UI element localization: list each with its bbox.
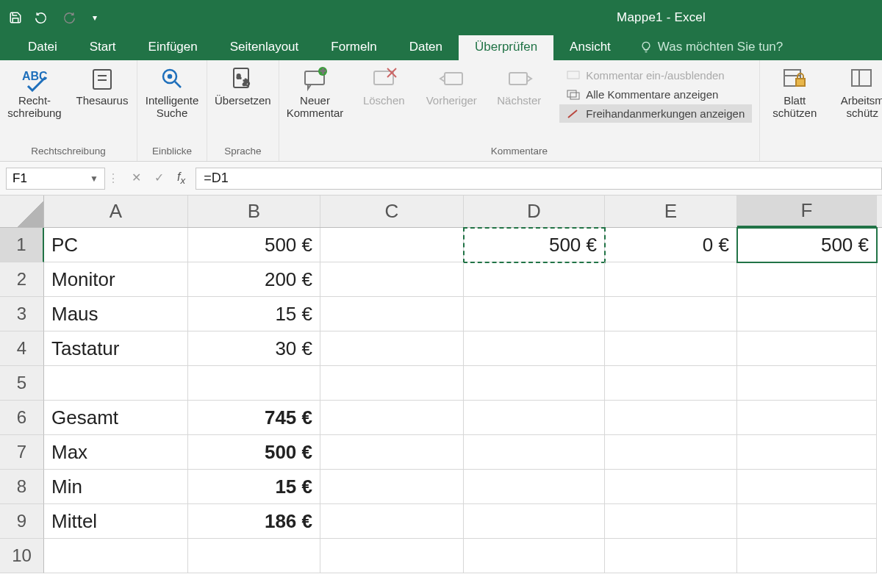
cell-A5[interactable] — [44, 366, 188, 401]
cell-E9[interactable] — [605, 504, 737, 539]
row-header-10[interactable]: 10 — [0, 539, 44, 573]
thesaurus-button[interactable]: Thesaurus — [75, 65, 129, 143]
cell-F6[interactable] — [737, 401, 877, 435]
protect-workbook-button[interactable]: Arbeitsm schütz — [835, 65, 882, 143]
cell-C4[interactable] — [320, 331, 464, 366]
cell-C7[interactable] — [320, 435, 464, 470]
cell-E8[interactable] — [605, 470, 737, 504]
cell-D2[interactable] — [464, 262, 605, 297]
cell-F9[interactable] — [737, 504, 877, 539]
cell-E5[interactable] — [605, 366, 737, 401]
cell-D9[interactable] — [464, 504, 605, 539]
tab-einfuegen[interactable]: Einfügen — [132, 35, 214, 60]
row-header-4[interactable]: 4 — [0, 331, 44, 366]
formula-input[interactable]: =D1 — [196, 168, 882, 190]
cell-B10[interactable] — [188, 539, 320, 573]
cell-A4[interactable]: Tastatur — [44, 331, 188, 366]
cell-D6[interactable] — [464, 401, 605, 435]
col-header-D[interactable]: D — [464, 196, 605, 227]
col-header-F[interactable]: F — [737, 196, 877, 227]
cell-B1[interactable]: 500 € — [188, 228, 320, 262]
tab-daten[interactable]: Daten — [393, 35, 459, 60]
cell-E3[interactable] — [605, 297, 737, 331]
cell-C1[interactable] — [320, 228, 464, 262]
smart-lookup-button[interactable]: Intelligente Suche — [145, 65, 199, 143]
tab-formeln[interactable]: Formeln — [315, 35, 392, 60]
cancel-formula-icon[interactable]: ✕ — [132, 171, 141, 186]
col-header-E[interactable]: E — [605, 196, 737, 227]
cell-E1[interactable]: 0 € — [605, 228, 737, 262]
cell-F7[interactable] — [737, 435, 877, 470]
cell-C6[interactable] — [320, 401, 464, 435]
cell-D3[interactable] — [464, 297, 605, 331]
cell-D8[interactable] — [464, 470, 605, 504]
cell-F3[interactable] — [737, 297, 877, 331]
cell-F10[interactable] — [737, 539, 877, 573]
cell-E4[interactable] — [605, 331, 737, 366]
fx-icon[interactable]: fx — [177, 171, 185, 186]
tab-ueberpruefen[interactable]: Überprüfen — [459, 35, 553, 60]
col-header-B[interactable]: B — [188, 196, 320, 227]
row-header-3[interactable]: 3 — [0, 297, 44, 331]
row-header-5[interactable]: 5 — [0, 366, 44, 401]
qat-customize-icon[interactable]: ▾ — [88, 11, 101, 24]
cell-B2[interactable]: 200 € — [188, 262, 320, 297]
next-comment-button[interactable]: Nächster — [492, 65, 546, 143]
cell-D1[interactable]: 500 € — [464, 228, 605, 262]
cell-B6[interactable]: 745 € — [188, 401, 320, 435]
translate-button[interactable]: aあ Übersetzen — [215, 65, 271, 143]
accept-formula-icon[interactable]: ✓ — [154, 171, 164, 186]
cell-C5[interactable] — [320, 366, 464, 401]
cell-A2[interactable]: Monitor — [44, 262, 188, 297]
tab-seitenlayout[interactable]: Seitenlayout — [214, 35, 315, 60]
row-header-1[interactable]: 1 — [0, 228, 44, 262]
cell-F1[interactable]: 500 € — [737, 228, 877, 262]
cell-D5[interactable] — [464, 366, 605, 401]
col-header-A[interactable]: A — [44, 196, 188, 227]
tell-me-box[interactable]: Was möchten Sie tun? — [627, 37, 796, 60]
cell-E2[interactable] — [605, 262, 737, 297]
tab-ansicht[interactable]: Ansicht — [553, 35, 627, 60]
name-box[interactable]: F1 ▼ — [6, 168, 105, 190]
cell-C9[interactable] — [320, 504, 464, 539]
cell-B7[interactable]: 500 € — [188, 435, 320, 470]
cell-F4[interactable] — [737, 331, 877, 366]
cell-B3[interactable]: 15 € — [188, 297, 320, 331]
cell-C10[interactable] — [320, 539, 464, 573]
row-header-6[interactable]: 6 — [0, 401, 44, 435]
cell-A7[interactable]: Max — [44, 435, 188, 470]
cell-A10[interactable] — [44, 539, 188, 573]
undo-icon[interactable] — [35, 11, 49, 24]
row-header-8[interactable]: 8 — [0, 470, 44, 504]
cell-F5[interactable] — [737, 366, 877, 401]
cell-B8[interactable]: 15 € — [188, 470, 320, 504]
prev-comment-button[interactable]: Vorheriger — [424, 65, 478, 143]
cell-D10[interactable] — [464, 539, 605, 573]
cell-B4[interactable]: 30 € — [188, 331, 320, 366]
row-header-2[interactable]: 2 — [0, 262, 44, 297]
cell-E7[interactable] — [605, 435, 737, 470]
tab-datei[interactable]: Datei — [12, 35, 74, 60]
cell-D4[interactable] — [464, 331, 605, 366]
worksheet-grid[interactable]: A B C D E F 1PC500 €500 €0 €500 €2Monito… — [0, 196, 882, 573]
cell-C2[interactable] — [320, 262, 464, 297]
protect-sheet-button[interactable]: Blatt schützen — [767, 65, 822, 143]
cell-E6[interactable] — [605, 401, 737, 435]
tab-start[interactable]: Start — [74, 35, 132, 60]
cell-F2[interactable] — [737, 262, 877, 297]
cell-B9[interactable]: 186 € — [188, 504, 320, 539]
cell-A9[interactable]: Mittel — [44, 504, 188, 539]
toggle-comment-button[interactable]: Kommentar ein-/ausblenden — [559, 66, 731, 85]
cell-D7[interactable] — [464, 435, 605, 470]
cell-E10[interactable] — [605, 539, 737, 573]
redo-icon[interactable] — [62, 11, 75, 24]
select-all-corner[interactable] — [0, 196, 44, 227]
cell-A8[interactable]: Min — [44, 470, 188, 504]
cell-F8[interactable] — [737, 470, 877, 504]
cell-C8[interactable] — [320, 470, 464, 504]
delete-comment-button[interactable]: Löschen — [356, 65, 411, 143]
cell-A6[interactable]: Gesamt — [44, 401, 188, 435]
namebox-dropdown-icon[interactable]: ▼ — [90, 173, 98, 184]
show-all-comments-button[interactable]: Alle Kommentare anzeigen — [559, 85, 725, 104]
save-icon[interactable] — [9, 11, 22, 24]
